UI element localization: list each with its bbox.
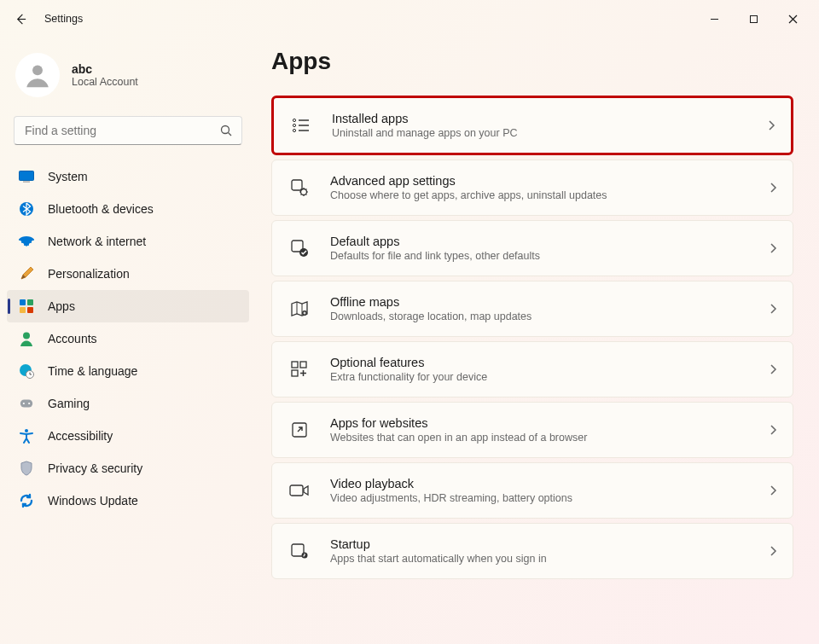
card-subtitle: Uninstall and manage apps on your PC [332,127,767,139]
card-subtitle: Choose where to get apps, archive apps, … [330,189,769,201]
avatar [15,53,60,97]
window-controls [694,5,812,32]
person-icon [19,331,34,346]
bluetooth-icon [19,201,34,217]
account-block[interactable]: abc Local Account [7,44,249,113]
card-title: Apps for websites [330,416,769,430]
card-apps-for-websites[interactable]: Apps for websites Websites that can open… [271,402,793,458]
search-placeholder: Find a setting [25,124,96,137]
page-title: Apps [271,48,793,75]
account-name: abc [72,62,138,76]
sidebar-item-label: Accessibility [48,429,113,443]
nav: System Bluetooth & devices Network & int… [7,160,249,517]
sidebar-item-label: Gaming [48,397,90,410]
chevron-right-icon [769,363,777,375]
card-title: Startup [330,537,769,551]
sidebar-item-network[interactable]: Network & internet [7,225,249,258]
paintbrush-icon [19,266,34,281]
sidebar-item-label: Bluetooth & devices [48,202,154,216]
sidebar-item-apps[interactable]: Apps [7,290,249,322]
sidebar-item-accounts[interactable]: Accounts [7,322,249,355]
app-plus-icon [288,360,311,379]
svg-point-4 [32,65,43,75]
card-title: Video playback [330,477,769,490]
card-subtitle: Defaults for file and link types, other … [330,250,769,262]
card-default-apps[interactable]: Default apps Defaults for file and link … [271,220,793,276]
update-icon [19,493,34,508]
sidebar-item-privacy[interactable]: Privacy & security [7,452,249,484]
maximize-button[interactable] [734,5,773,32]
list-icon [289,117,313,134]
svg-rect-12 [20,307,26,313]
svg-point-14 [23,333,30,339]
card-title: Offline maps [330,295,769,309]
svg-rect-13 [27,307,33,313]
card-optional-features[interactable]: Optional features Extra functionality fo… [271,341,793,397]
svg-point-21 [293,119,295,121]
video-icon [288,484,311,497]
card-video-playback[interactable]: Video playback Video adjustments, HDR st… [271,462,793,519]
svg-rect-34 [292,370,298,376]
card-title: Advanced app settings [330,174,769,188]
card-subtitle: Downloads, storage location, map updates [330,310,769,322]
svg-point-18 [23,403,25,404]
svg-rect-10 [20,299,26,305]
card-title: Default apps [330,235,769,248]
startup-icon [288,542,311,560]
sidebar-item-accessibility[interactable]: Accessibility [7,420,249,452]
card-startup[interactable]: Startup Apps that start automatically wh… [271,523,793,579]
card-offline-maps[interactable]: Offline maps Downloads, storage location… [271,281,793,337]
svg-rect-1 [750,15,757,22]
sidebar-item-label: Windows Update [48,494,138,508]
search-input[interactable]: Find a setting [14,116,242,145]
monitor-icon [19,171,34,183]
app-gear-icon [288,178,311,197]
chevron-right-icon [769,242,777,254]
sidebar-item-bluetooth[interactable]: Bluetooth & devices [7,193,249,225]
sidebar-item-label: Privacy & security [48,461,142,475]
sidebar-item-label: Time & language [48,364,137,378]
sidebar-item-label: System [48,170,88,183]
card-subtitle: Video adjustments, HDR streaming, batter… [330,492,769,504]
main-content: Apps Installed apps Uninstall and manage… [256,38,819,644]
svg-point-23 [293,129,295,131]
minimize-button[interactable] [694,5,734,32]
svg-rect-17 [20,400,32,408]
sidebar-item-gaming[interactable]: Gaming [7,387,249,420]
sidebar-item-time-language[interactable]: Time & language [7,355,249,387]
account-type: Local Account [72,76,138,88]
svg-rect-33 [300,362,306,368]
close-button[interactable] [773,5,812,32]
open-external-icon [288,421,311,438]
sidebar-item-label: Personalization [48,267,130,281]
svg-line-6 [229,133,232,136]
accessibility-icon [19,428,34,444]
globe-clock-icon [19,363,34,379]
sidebar-item-system[interactable]: System [7,160,249,193]
svg-rect-32 [292,362,298,368]
sidebar-item-label: Network & internet [48,235,146,248]
app-check-icon [288,239,311,258]
card-title: Installed apps [332,112,767,125]
sidebar-item-label: Accounts [48,332,97,345]
svg-point-19 [28,403,30,404]
sidebar-item-personalization[interactable]: Personalization [7,258,249,290]
sidebar-item-label: Apps [48,299,75,313]
sidebar-item-windows-update[interactable]: Windows Update [7,484,249,517]
card-advanced-app-settings[interactable]: Advanced app settings Choose where to ge… [271,160,793,216]
user-icon [23,61,52,90]
map-icon [288,300,311,317]
search-icon [219,124,233,137]
card-subtitle: Apps that start automatically when you s… [330,553,769,565]
chevron-right-icon [769,545,777,557]
back-button[interactable] [7,5,34,32]
chevron-right-icon [769,484,777,496]
card-installed-apps[interactable]: Installed apps Uninstall and manage apps… [271,96,793,155]
svg-point-5 [222,126,229,134]
titlebar: Settings [0,0,819,38]
svg-point-22 [293,124,295,126]
chevron-right-icon [769,182,777,194]
svg-rect-8 [23,182,30,183]
chevron-right-icon [769,424,777,436]
sidebar: abc Local Account Find a setting System [0,38,256,644]
